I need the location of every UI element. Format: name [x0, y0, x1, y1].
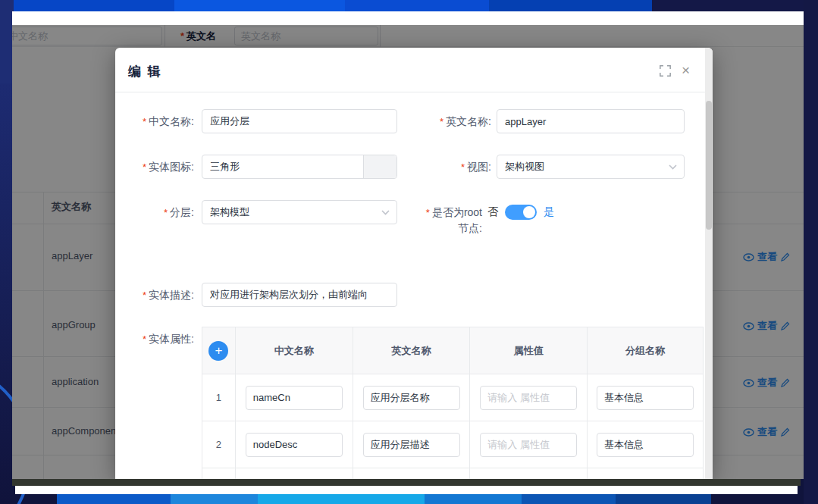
switch-on-label: 是: [544, 205, 554, 219]
field-label: *英文名称:: [418, 109, 491, 130]
window-titlebar: [12, 11, 804, 25]
layer-select[interactable]: [202, 200, 397, 224]
app-window: *英文名 英文名称 appLayer appGroup application …: [12, 11, 804, 479]
frame-bottom-band-4: [425, 494, 522, 504]
modal-header: 编 辑 ×: [115, 48, 713, 92]
field-label: *中文名称:: [127, 109, 194, 130]
attr-group-input[interactable]: [597, 433, 694, 457]
frame-right-band: [804, 0, 818, 504]
frame-bottom-band-2: [171, 494, 258, 504]
required-mark: *: [461, 161, 465, 173]
attr-name-en-input[interactable]: [363, 386, 460, 410]
header-attr-value: 属性值: [470, 327, 588, 374]
field-name-cn: *中文名称:: [127, 109, 397, 133]
attribute-row: 3: [202, 468, 703, 479]
attributes-table: + 中文名称 英文名称 属性值 分组名称 1: [202, 327, 704, 479]
attr-name-cn-input[interactable]: [246, 433, 343, 457]
frame-bottom-band-1: [57, 494, 171, 504]
header-name-cn: 中文名称: [236, 327, 353, 374]
required-mark: *: [440, 116, 443, 127]
frame-bottom-band-6: [616, 494, 711, 504]
toggle-knob: [523, 206, 535, 218]
name-en-field[interactable]: [497, 109, 685, 133]
row-index: 1: [202, 374, 236, 421]
field-label: *实体图标:: [127, 155, 194, 175]
window-bottom-edge: [12, 479, 801, 486]
window-bottom-strip: [15, 486, 798, 494]
attribute-row: 1: [202, 374, 703, 421]
field-entity-icon: *实体图标:: [127, 155, 397, 179]
frame-top-band-3: [345, 0, 489, 11]
field-label: *分层:: [127, 200, 194, 221]
field-layer: *分层:: [127, 200, 397, 224]
is-root-toggle[interactable]: [505, 205, 537, 220]
entity-desc-field[interactable]: [202, 283, 397, 307]
required-mark: *: [143, 116, 146, 127]
attr-name-cn-input[interactable]: [246, 386, 343, 410]
attr-group-input[interactable]: [597, 386, 694, 410]
attr-value-input[interactable]: [480, 433, 577, 457]
scrollbar-thumb[interactable]: [706, 101, 712, 230]
frame-bottom-band-3: [258, 494, 425, 504]
field-label: *是否为root节点:: [418, 200, 482, 236]
attr-value-input[interactable]: [480, 386, 577, 410]
required-mark: *: [164, 207, 168, 218]
field-label: *实体属性:: [127, 327, 194, 347]
name-cn-field[interactable]: [202, 109, 397, 133]
modal-body: *中文名称: *英文名称: *实体图标:: [115, 109, 713, 479]
attr-name-en-input[interactable]: [363, 433, 460, 457]
field-is-root: *是否为root节点: 否 是: [418, 200, 554, 236]
add-attribute-button[interactable]: +: [208, 341, 228, 361]
modal-tools: ×: [660, 64, 690, 77]
modal-title: 编 辑: [128, 63, 162, 80]
close-icon[interactable]: ×: [682, 64, 690, 77]
field-view: *视图:: [418, 155, 685, 179]
required-mark: *: [426, 207, 430, 218]
fullscreen-icon[interactable]: [660, 65, 671, 77]
frame-top-band-4: [489, 0, 652, 11]
frame-top-band-1: [14, 0, 174, 11]
modal-scrollbar[interactable]: [705, 48, 713, 479]
frame-top-band-5: [652, 0, 818, 11]
row-index: 2: [202, 421, 236, 468]
frame-top-band-2: [174, 0, 345, 11]
field-label: *视图:: [418, 155, 491, 175]
view-select[interactable]: [497, 155, 685, 179]
edit-modal: 编 辑 × *中文名称:: [115, 48, 713, 479]
field-label: *实体描述:: [127, 283, 194, 303]
required-mark: *: [143, 333, 146, 345]
header-group-name: 分组名称: [588, 327, 703, 374]
switch-off-label: 否: [487, 205, 498, 219]
field-name-en: *英文名称:: [418, 109, 685, 133]
attributes-table-header: + 中文名称 英文名称 属性值 分组名称: [202, 327, 703, 374]
row-index: 3: [202, 468, 236, 479]
header-name-en: 英文名称: [353, 327, 471, 374]
field-entity-desc: *实体描述:: [127, 283, 397, 307]
icon-picker-addon[interactable]: [363, 155, 396, 178]
attribute-row: 2: [202, 421, 703, 468]
desktop-stage: *英文名 英文名称 appLayer appGroup application …: [0, 0, 818, 504]
required-mark: *: [143, 290, 146, 301]
required-mark: *: [143, 161, 146, 173]
field-entity-attrs: *实体属性: + 中文名称 英文名称 属性值 分组名称 1: [127, 327, 704, 479]
frame-bottom-band-5: [522, 494, 616, 504]
